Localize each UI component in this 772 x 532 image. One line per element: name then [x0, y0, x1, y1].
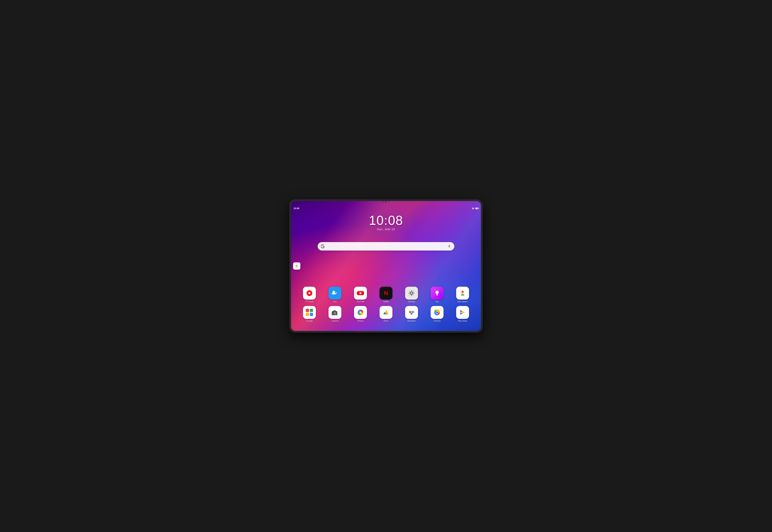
app-assistant-label: Assistant [408, 320, 416, 322]
svg-point-27 [359, 311, 361, 313]
svg-rect-19 [310, 309, 313, 312]
svg-text:N: N [384, 290, 388, 296]
play-store-icon [458, 308, 467, 317]
app-youtube-label: YouTube [356, 301, 364, 303]
app-drive[interactable]: Drive [374, 306, 398, 322]
lenovo-logo-icon [295, 264, 299, 268]
yt-music-icon [305, 289, 314, 298]
svg-rect-10 [407, 289, 416, 298]
app-yt-music[interactable]: YT music [297, 287, 321, 303]
clock-area: 10:08 Sun, JAN 19 [369, 214, 403, 231]
status-icons [472, 207, 479, 209]
screen-content: 10:08 [291, 206, 481, 326]
microphone-svg [448, 245, 451, 248]
clock-time: 10:08 [369, 214, 403, 227]
app-camera[interactable]: Camera [323, 306, 347, 322]
chrome-icon [433, 308, 442, 317]
app-yt-music-label: YT music [305, 301, 314, 303]
svg-rect-13 [437, 295, 438, 296]
netflix-icon: N [381, 289, 391, 298]
svg-point-32 [412, 311, 414, 313]
svg-point-31 [409, 311, 411, 313]
app-duo[interactable]: Duo [323, 287, 347, 303]
app-assistant[interactable]: Assistant [400, 306, 424, 322]
svg-rect-18 [306, 309, 309, 312]
svg-rect-20 [306, 313, 309, 316]
svg-point-39 [436, 311, 438, 313]
app-settings-label: Settings [408, 301, 415, 303]
app-youtube[interactable]: YouTube [348, 287, 372, 303]
app-google[interactable]: Google [297, 306, 321, 322]
youtube-icon [356, 289, 365, 298]
app-duo-label: Duo [333, 301, 337, 303]
app-play-store-label: Play Store [458, 320, 467, 322]
app-photos-label: Photos [357, 320, 364, 322]
app-grid: YT music Duo [297, 287, 475, 322]
svg-point-34 [411, 311, 412, 312]
settings-icon [407, 289, 416, 298]
sensor [383, 202, 383, 202]
speaker-grille: // render dots inline [356, 330, 416, 333]
sensor2 [389, 202, 389, 202]
svg-point-33 [411, 313, 413, 315]
photos-icon [356, 308, 365, 317]
app-kids-space[interactable]: Kids Space [451, 287, 475, 303]
app-netflix-label: Netflix [383, 301, 389, 303]
status-bar: 10:08 [291, 206, 481, 211]
clock-date: Sun, JAN 19 [369, 228, 403, 231]
svg-rect-12 [436, 295, 438, 295]
app-photos[interactable]: Photos [348, 306, 372, 322]
app-tips-label: Tips [435, 301, 439, 303]
tips-icon [433, 289, 442, 298]
drive-icon [381, 308, 391, 317]
duo-icon [330, 289, 339, 298]
status-time: 10:08 [293, 207, 299, 210]
app-camera-label: Camera [331, 320, 338, 322]
app-google-label: Google [306, 320, 312, 322]
app-chrome[interactable]: Chrome [425, 306, 449, 322]
svg-rect-21 [310, 313, 313, 316]
google-g-icon [320, 244, 325, 249]
app-chrome-label: Chrome [434, 320, 441, 322]
app-tips[interactable]: Tips [425, 287, 449, 303]
app-settings[interactable]: Settings [400, 287, 424, 303]
svg-point-0 [473, 209, 473, 209]
assistant-icon [407, 308, 416, 317]
kids-space-icon [458, 289, 467, 298]
wifi-icon [472, 207, 475, 209]
camera-area [383, 201, 389, 203]
app-drive-label: Drive [383, 320, 388, 322]
launcher-button[interactable] [293, 262, 300, 270]
voice-search-icon[interactable] [447, 244, 452, 249]
camera-app-icon [330, 308, 339, 317]
google-app-icon [305, 308, 314, 317]
battery-icon [475, 208, 479, 209]
svg-point-25 [334, 313, 335, 314]
app-netflix[interactable]: N Netflix [374, 287, 398, 303]
svg-point-16 [462, 290, 463, 291]
google-search-bar[interactable] [318, 242, 454, 251]
front-camera [385, 201, 387, 203]
tablet-device: // render dots inline 10:08 [289, 199, 483, 333]
app-kids-space-label: Kids Space [458, 301, 468, 303]
app-play-store[interactable]: Play Store [451, 306, 475, 322]
tablet-screen: 10:08 [291, 201, 481, 331]
